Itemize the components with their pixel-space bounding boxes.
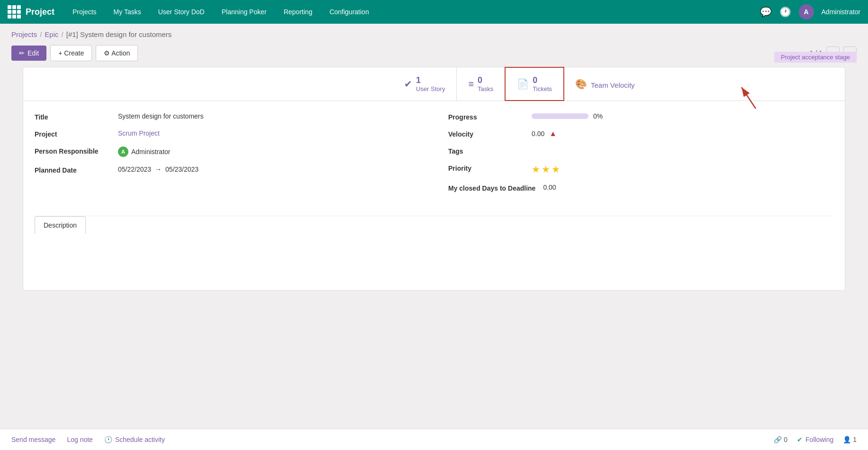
- edit-icon: ✏: [19, 49, 25, 57]
- chat-icon[interactable]: 💬: [760, 6, 772, 18]
- closed-days-label: My closed Days to Deadline: [448, 184, 535, 192]
- admin-avatar[interactable]: A: [799, 4, 814, 19]
- date-arrow: →: [155, 165, 162, 173]
- priority-row: Priority ★ ★ ★: [448, 164, 833, 175]
- title-value: System design for customers: [118, 112, 204, 120]
- velocity-value: 0.00: [532, 130, 544, 138]
- topnav-right: 💬 🕐 A Administrator: [760, 4, 860, 19]
- nav-planning-poker[interactable]: Planning Poker: [213, 0, 275, 24]
- date-range: 05/22/2023 → 05/23/2023: [118, 165, 199, 173]
- person-label: Person Responsible: [35, 147, 110, 155]
- stage-label: Project acceptance stage: [774, 52, 857, 63]
- team-velocity-icon: 🎨: [575, 78, 587, 90]
- title-row: Title System design for customers: [35, 112, 420, 121]
- description-tab[interactable]: Description: [35, 216, 86, 234]
- main-card: ✔ 1 User Story ≡ 0 Tasks 📄 0 Tickets: [23, 67, 845, 291]
- team-velocity-label: Team Velocity: [591, 79, 635, 89]
- desc-tabs: Description: [35, 216, 833, 233]
- project-label: Project: [35, 129, 110, 138]
- date-label: Planned Date: [35, 165, 110, 174]
- person-value-wrap: A Administrator: [118, 147, 170, 157]
- stat-tab-tickets[interactable]: 📄 0 Tickets: [505, 67, 564, 101]
- project-value[interactable]: Scrum Project: [118, 129, 160, 137]
- user-story-icon: ✔: [404, 78, 412, 90]
- closed-days-row: My closed Days to Deadline 0.00: [448, 184, 833, 192]
- nav-configuration[interactable]: Configuration: [321, 0, 377, 24]
- nav-user-story-dod[interactable]: User Story DoD: [150, 0, 213, 24]
- breadcrumb-current: [#1] System design for customers: [66, 30, 172, 38]
- velocity-arrow-icon: ▲: [549, 129, 557, 138]
- stat-tab-tasks[interactable]: ≡ 0 Tasks: [457, 67, 505, 101]
- breadcrumb-sep1: /: [40, 30, 42, 38]
- project-row: Project Scrum Project: [35, 129, 420, 138]
- clock-icon[interactable]: 🕐: [779, 6, 791, 18]
- app-title: Project: [26, 7, 54, 17]
- tasks-label: Tasks: [478, 85, 493, 92]
- tags-row: Tags: [448, 147, 833, 155]
- action-bar: ✏ Edit + Create ⚙ Action 1 / 1 ‹ ›: [0, 42, 868, 67]
- action-button[interactable]: ⚙ Action: [96, 45, 138, 61]
- breadcrumb-sep2: /: [62, 30, 63, 38]
- tickets-label: Tickets: [533, 85, 552, 92]
- priority-stars[interactable]: ★ ★ ★: [532, 164, 560, 175]
- progress-label: Progress: [448, 112, 524, 121]
- date-start: 05/22/2023: [118, 165, 151, 173]
- tasks-count: 0: [478, 75, 493, 85]
- topnav: Project Projects My Tasks User Story DoD…: [0, 0, 868, 24]
- edit-button[interactable]: ✏ Edit: [11, 46, 46, 61]
- stat-tab-team-velocity[interactable]: 🎨 Team Velocity: [564, 67, 646, 101]
- closed-days-value: 0.00: [543, 184, 556, 191]
- topnav-menu: Projects My Tasks User Story DoD Plannin…: [64, 0, 760, 24]
- title-label: Title: [35, 112, 110, 121]
- tags-label: Tags: [448, 147, 524, 155]
- priority-label: Priority: [448, 164, 524, 172]
- stat-tab-user-story[interactable]: ✔ 1 User Story: [393, 67, 457, 101]
- user-story-count: 1: [416, 75, 445, 85]
- star-1[interactable]: ★: [532, 164, 540, 175]
- person-name: Administrator: [131, 148, 170, 156]
- admin-name[interactable]: Administrator: [822, 8, 860, 16]
- create-button[interactable]: + Create: [50, 45, 92, 61]
- star-2[interactable]: ★: [542, 164, 550, 175]
- app-logo[interactable]: Project: [8, 5, 54, 18]
- nav-projects[interactable]: Projects: [64, 0, 105, 24]
- breadcrumb: Projects / Epic / [#1] System design for…: [0, 24, 868, 42]
- breadcrumb-epic[interactable]: Epic: [45, 30, 58, 38]
- progress-value: 0%: [593, 112, 603, 120]
- user-story-label: User Story: [416, 85, 445, 92]
- breadcrumb-projects[interactable]: Projects: [11, 30, 37, 38]
- progress-bar-bg: [532, 113, 588, 119]
- progress-wrap: 0%: [532, 112, 603, 120]
- date-row: Planned Date 05/22/2023 → 05/23/2023: [35, 165, 420, 174]
- person-avatar: A: [118, 147, 128, 157]
- nav-my-tasks[interactable]: My Tasks: [105, 0, 150, 24]
- velocity-row: Velocity 0.00 ▲: [448, 129, 833, 138]
- form-col-left: Title System design for customers Projec…: [35, 112, 420, 201]
- star-3[interactable]: ★: [552, 164, 560, 175]
- form-col-right: Progress 0% Velocity 0.00 ▲: [448, 112, 833, 201]
- form-section: Title System design for customers Projec…: [23, 101, 845, 212]
- velocity-label: Velocity: [448, 129, 524, 138]
- person-row: Person Responsible A Administrator: [35, 147, 420, 157]
- date-end: 05/23/2023: [165, 165, 199, 173]
- grid-icon: [8, 5, 21, 18]
- tickets-count: 0: [533, 75, 552, 85]
- progress-row: Progress 0%: [448, 112, 833, 121]
- nav-reporting[interactable]: Reporting: [275, 0, 321, 24]
- description-content: [23, 233, 845, 290]
- tickets-icon: 📄: [517, 78, 529, 90]
- velocity-wrap: 0.00 ▲: [532, 129, 557, 138]
- stat-tabs: ✔ 1 User Story ≡ 0 Tasks 📄 0 Tickets: [23, 67, 845, 101]
- tasks-icon: ≡: [468, 79, 474, 90]
